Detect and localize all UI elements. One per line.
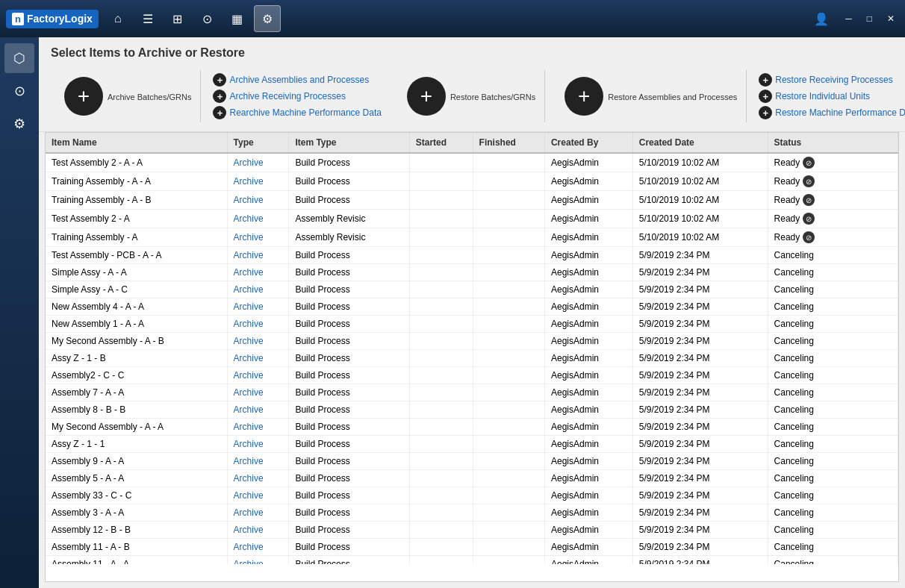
archive-assemblies-action[interactable]: + Archive Assemblies and Processes	[213, 73, 381, 87]
archive-receiving-plus-icon[interactable]: +	[213, 90, 226, 103]
close-button[interactable]: ✕	[883, 12, 899, 25]
cell-1-1: Archive	[227, 172, 289, 191]
table-row[interactable]: Training Assembly - A - BArchiveBuild Pr…	[46, 191, 898, 210]
restore-assemblies-button[interactable]: +	[560, 72, 608, 120]
cell-13-5: AegisAdmin	[544, 384, 632, 401]
nav-settings[interactable]: ⚙	[254, 5, 281, 32]
table-row[interactable]: Training Assembly - A - AArchiveBuild Pr…	[46, 172, 898, 191]
cell-1-2: Build Process	[289, 172, 409, 191]
cell-23-4	[473, 556, 544, 565]
restore-batches-section: + Restore Batches/GRNs	[394, 70, 545, 122]
cell-14-5: AegisAdmin	[544, 401, 632, 419]
table-row[interactable]: Assembly 11 - A - AArchiveBuild ProcessA…	[46, 556, 898, 565]
table-row[interactable]: Simple Assy - A - CArchiveBuild ProcessA…	[46, 281, 898, 298]
cancel-row-icon[interactable]: ⊘	[803, 231, 815, 243]
table-row[interactable]: Assy Z - 1 - 1ArchiveBuild ProcessAegisA…	[46, 436, 898, 453]
restore-assemblies-plus-icon[interactable]: +	[565, 77, 603, 116]
table-row[interactable]: Assembly 12 - B - BArchiveBuild ProcessA…	[46, 522, 898, 539]
cell-23-3	[409, 556, 473, 565]
cell-15-7: Canceling	[768, 419, 898, 436]
cell-13-7: Canceling	[768, 384, 898, 401]
restore-batches-plus-icon[interactable]: +	[407, 77, 446, 116]
cell-9-5: AegisAdmin	[544, 316, 632, 333]
sidebar-icon-layers[interactable]: ⬡	[4, 43, 34, 73]
cell-18-2: Build Process	[289, 470, 409, 487]
table-row[interactable]: My Second Assembly - A - BArchiveBuild P…	[46, 333, 898, 350]
cell-4-7: Ready⊘	[768, 228, 898, 247]
table-row[interactable]: My Second Assembly - A - AArchiveBuild P…	[46, 419, 898, 436]
table-row[interactable]: Assembly 5 - A - AArchiveBuild ProcessAe…	[46, 470, 898, 487]
cell-12-5: AegisAdmin	[544, 367, 632, 384]
cell-5-0: Test Assembly - PCB - A - A	[46, 247, 227, 264]
page-title: Select Items to Archive or Restore	[51, 46, 893, 60]
cell-7-2: Build Process	[289, 281, 409, 298]
table-row[interactable]: Test Assembly - PCB - A - AArchiveBuild …	[46, 247, 898, 264]
logo-letter: n	[12, 13, 24, 25]
table-row[interactable]: Assembly 11 - A - BArchiveBuild ProcessA…	[46, 539, 898, 556]
nav-home[interactable]: ⌂	[105, 5, 131, 32]
cell-2-0: Training Assembly - A - B	[46, 191, 227, 210]
restore-batches-button[interactable]: +	[402, 72, 450, 120]
cell-4-5: AegisAdmin	[544, 228, 632, 247]
restore-units-action[interactable]: + Restore Individual Units	[759, 90, 905, 103]
restore-receiving-plus-icon[interactable]: +	[759, 73, 772, 87]
table-row[interactable]: Assembly 33 - C - CArchiveBuild ProcessA…	[46, 487, 898, 504]
minimize-button[interactable]: ─	[841, 12, 856, 25]
cell-13-6: 5/9/2019 2:34 PM	[632, 384, 768, 401]
sidebar-icon-db[interactable]: ⊙	[4, 76, 34, 106]
nav-globe[interactable]: ⊙	[194, 5, 221, 32]
archive-batches-button[interactable]: +	[60, 72, 108, 120]
cell-19-3	[409, 487, 473, 504]
table-row[interactable]: Assembly 9 - A - AArchiveBuild ProcessAe…	[46, 453, 898, 470]
table-scroll-area[interactable]: Item Name Type Item Type Started Finishe…	[46, 133, 898, 564]
table-row[interactable]: Simple Assy - A - AArchiveBuild ProcessA…	[46, 264, 898, 281]
table-row[interactable]: New Assembly 4 - A - AArchiveBuild Proce…	[46, 298, 898, 316]
page-header: Select Items to Archive or Restore + Arc…	[39, 37, 905, 132]
sidebar-icon-settings[interactable]: ⚙	[4, 109, 34, 139]
table-row[interactable]: New Assembly 1 - A - AArchiveBuild Proce…	[46, 316, 898, 333]
rearchive-plus-icon[interactable]: +	[213, 106, 226, 119]
restore-receiving-label: Restore Receiving Processes	[775, 75, 892, 85]
cell-7-1: Archive	[227, 281, 289, 298]
restore-units-plus-icon[interactable]: +	[759, 90, 772, 103]
table-row[interactable]: Test Assembly 2 - AArchiveAssembly Revis…	[46, 210, 898, 228]
table-row[interactable]: Assembly2 - C - CArchiveBuild ProcessAeg…	[46, 367, 898, 384]
cancel-row-icon[interactable]: ⊘	[803, 194, 815, 206]
restore-machine-plus-icon[interactable]: +	[759, 106, 772, 119]
table-row[interactable]: Assembly 8 - B - BArchiveBuild ProcessAe…	[46, 401, 898, 419]
nav-grid[interactable]: ⊞	[164, 5, 191, 32]
nav-panel[interactable]: ▦	[224, 5, 251, 32]
cell-16-0: Assy Z - 1 - 1	[46, 436, 227, 453]
restore-machine-action[interactable]: + Restore Machine Performance Data	[759, 106, 905, 119]
archive-batches-plus-icon[interactable]: +	[64, 77, 103, 116]
cell-15-2: Build Process	[289, 419, 409, 436]
cell-10-4	[473, 333, 544, 350]
cell-5-5: AegisAdmin	[544, 247, 632, 264]
cancel-row-icon[interactable]: ⊘	[803, 157, 815, 169]
table-row[interactable]: Assembly 3 - A - AArchiveBuild ProcessAe…	[46, 504, 898, 522]
cell-16-7: Canceling	[768, 436, 898, 453]
restore-button[interactable]: □	[862, 12, 877, 25]
cell-15-0: My Second Assembly - A - A	[46, 419, 227, 436]
table-row[interactable]: Test Assembly 2 - A - AArchiveBuild Proc…	[46, 153, 898, 172]
cell-11-7: Canceling	[768, 350, 898, 367]
archive-receiving-action[interactable]: + Archive Receiving Processes	[213, 90, 381, 103]
restore-receiving-action[interactable]: + Restore Receiving Processes	[759, 73, 905, 87]
rearchive-action[interactable]: + Rearchive Machine Performance Data	[213, 106, 381, 119]
cell-6-3	[409, 264, 473, 281]
cell-20-0: Assembly 3 - A - A	[46, 504, 227, 522]
nav-list[interactable]: ☰	[134, 5, 161, 32]
user-icon[interactable]: 👤	[808, 5, 835, 32]
cancel-row-icon[interactable]: ⊘	[803, 213, 815, 225]
cancel-row-icon[interactable]: ⊘	[803, 175, 815, 187]
cell-19-7: Canceling	[768, 487, 898, 504]
table-row[interactable]: Assy Z - 1 - BArchiveBuild ProcessAegisA…	[46, 350, 898, 367]
table-row[interactable]: Training Assembly - AArchiveAssembly Rev…	[46, 228, 898, 247]
archive-assemblies-plus-icon[interactable]: +	[213, 73, 226, 87]
cell-6-1: Archive	[227, 264, 289, 281]
table-row[interactable]: Assembly 7 - A - AArchiveBuild ProcessAe…	[46, 384, 898, 401]
cell-13-4	[473, 384, 544, 401]
cell-4-4	[473, 228, 544, 247]
cell-19-4	[473, 487, 544, 504]
title-bar-right: 👤 ─ □ ✕	[808, 5, 899, 32]
